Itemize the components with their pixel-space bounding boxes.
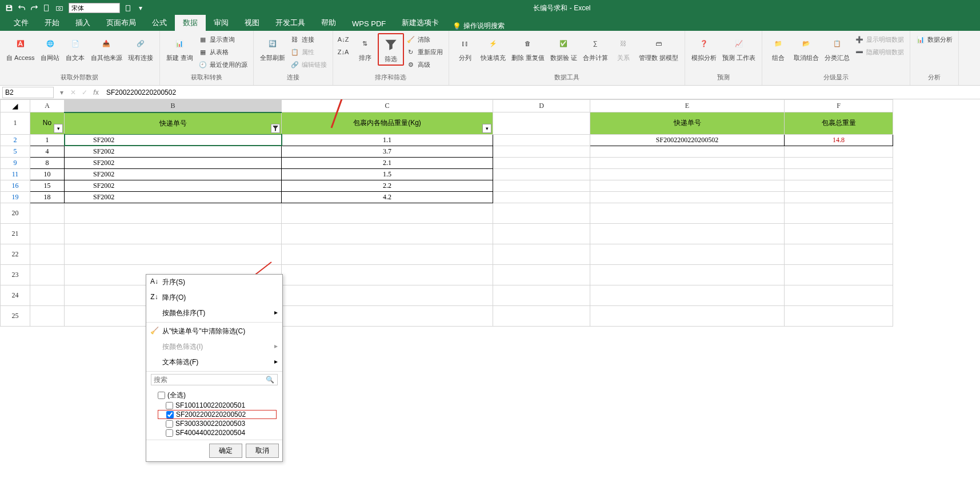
dedup-button[interactable]: 🗑删除 重复值 — [509, 33, 547, 63]
empty-cell[interactable] — [30, 203, 65, 223]
name-box[interactable] — [2, 87, 54, 98]
filter-value-checkbox[interactable] — [166, 420, 173, 428]
empty-cell[interactable] — [282, 305, 493, 326]
from-access-button[interactable]: 🅰️自 Access — [3, 33, 38, 63]
camera-icon[interactable] — [54, 2, 65, 14]
empty-cell[interactable] — [590, 285, 785, 305]
col-header-a[interactable]: A — [30, 100, 65, 112]
select-all-item[interactable]: (全选) — [158, 390, 277, 401]
cell-b1[interactable]: 快递单号 — [65, 112, 282, 135]
cell-a[interactable]: 4 — [30, 146, 65, 157]
sort-button[interactable]: ⇅排序 — [353, 33, 378, 63]
row-header[interactable]: 19 — [1, 191, 30, 203]
row-header[interactable]: 11 — [1, 168, 30, 180]
cell-c[interactable]: 2.2 — [282, 180, 493, 191]
filter-value-item[interactable]: SF1001100220200501 — [158, 401, 277, 410]
cell-e[interactable] — [590, 180, 785, 191]
cell-f[interactable] — [785, 146, 893, 157]
cell-c[interactable]: 1.1 — [282, 134, 493, 146]
empty-cell[interactable] — [30, 285, 65, 305]
tell-me-search[interactable]: 💡 操作说明搜索 — [453, 21, 505, 31]
save-icon[interactable] — [3, 2, 15, 14]
cell-e[interactable] — [590, 157, 785, 168]
clear-filter-button[interactable]: 🧹清除 — [404, 33, 445, 46]
cell-a[interactable]: 15 — [30, 180, 65, 191]
select-all-checkbox[interactable] — [158, 392, 165, 399]
cell-e[interactable] — [590, 191, 785, 203]
row-header[interactable]: 9 — [1, 157, 30, 168]
filter-value-item[interactable]: SF3003300220200503 — [158, 419, 277, 428]
cell-b[interactable]: SF2002 — [65, 157, 282, 168]
select-all-corner[interactable]: ◢ — [1, 100, 30, 112]
row-header[interactable]: 22 — [1, 244, 30, 264]
sort-asc-item[interactable]: A↓升序(S) — [146, 275, 282, 290]
cell-d[interactable] — [493, 157, 590, 168]
tab-view[interactable]: 视图 — [237, 15, 267, 31]
empty-cell[interactable] — [65, 223, 282, 244]
cell-c[interactable]: 4.2 — [282, 191, 493, 203]
empty-cell[interactable] — [785, 305, 893, 326]
empty-cell[interactable] — [282, 285, 493, 305]
empty-cell[interactable] — [785, 244, 893, 264]
cell-b[interactable]: SF2002 — [65, 134, 282, 146]
tab-formula[interactable]: 公式 — [144, 15, 175, 31]
tab-file[interactable]: 文件 — [6, 15, 37, 31]
row-header[interactable]: 21 — [1, 223, 30, 244]
connections-button[interactable]: ⛓连接 — [288, 33, 329, 46]
col-header-e[interactable]: E — [590, 100, 785, 112]
empty-cell[interactable] — [590, 305, 785, 326]
empty-cell[interactable] — [282, 244, 493, 264]
namebox-dropdown-icon[interactable]: ▾ — [56, 88, 67, 96]
filter-search-input[interactable] — [151, 374, 278, 385]
cell-e[interactable] — [590, 168, 785, 180]
cell-d1[interactable] — [493, 112, 590, 135]
empty-cell[interactable] — [785, 285, 893, 305]
row-header-1[interactable]: 1 — [1, 112, 30, 135]
row-header[interactable]: 16 — [1, 180, 30, 191]
cell-c[interactable]: 2.1 — [282, 157, 493, 168]
text-filter-item[interactable]: 文本筛选(F)▸ — [146, 355, 282, 370]
col-header-c[interactable]: C — [282, 100, 493, 112]
empty-cell[interactable] — [493, 244, 590, 264]
cell-e1[interactable]: 快递单号 — [590, 112, 785, 135]
cell-d[interactable] — [493, 146, 590, 157]
cell-f[interactable] — [785, 168, 893, 180]
filter-button[interactable]: 筛选 — [378, 33, 404, 66]
existing-conn-button[interactable]: 🔗现有连接 — [125, 33, 156, 63]
empty-cell[interactable] — [282, 203, 493, 223]
clear-filter-item[interactable]: 🧹从"快递单号"中清除筛选(C) — [146, 324, 282, 339]
ok-button[interactable]: 确定 — [209, 444, 242, 458]
datamodel-button[interactable]: 🗃管理数 据模型 — [636, 33, 681, 63]
empty-cell[interactable] — [282, 223, 493, 244]
empty-cell[interactable] — [493, 203, 590, 223]
empty-cell[interactable] — [590, 203, 785, 223]
consolidate-button[interactable]: ∑合并计算 — [580, 33, 611, 63]
empty-cell[interactable] — [493, 285, 590, 305]
whatif-button[interactable]: ❓模拟分析 — [689, 33, 719, 63]
reapply-button[interactable]: ↻重新应用 — [404, 46, 445, 58]
col-header-b[interactable]: B — [65, 100, 282, 112]
cell-a[interactable]: 10 — [30, 168, 65, 180]
cancel-button[interactable]: 取消 — [246, 444, 279, 458]
filter-value-item[interactable]: SF2002200220200502 — [158, 410, 277, 419]
cell-e[interactable]: SF2002200220200502 — [590, 134, 785, 146]
tab-custom[interactable]: 新建选项卡 — [394, 15, 447, 31]
from-text-button[interactable]: 📄自文本 — [63, 33, 88, 63]
validation-button[interactable]: ✅数据验 证 — [547, 33, 580, 63]
tab-home[interactable]: 开始 — [37, 15, 67, 31]
tab-insert[interactable]: 插入 — [67, 15, 98, 31]
forecastsheet-button[interactable]: 📈预测 工作表 — [719, 33, 758, 63]
tab-pagelayout[interactable]: 页面布局 — [98, 15, 144, 31]
filter-value-checkbox[interactable] — [166, 402, 173, 409]
from-web-button[interactable]: 🌐自网站 — [38, 33, 63, 63]
empty-cell[interactable] — [785, 223, 893, 244]
empty-cell[interactable] — [590, 244, 785, 264]
filter-dropdown-b[interactable] — [271, 124, 280, 133]
cell-d[interactable] — [493, 180, 590, 191]
paste-icon[interactable] — [122, 2, 134, 14]
cell-c[interactable]: 3.7 — [282, 146, 493, 157]
cell-d[interactable] — [493, 191, 590, 203]
qat-more-icon[interactable]: ▾ — [135, 2, 146, 14]
col-header-f[interactable]: F — [785, 100, 893, 112]
text2col-button[interactable]: ⫿⫿分列 — [453, 33, 478, 63]
